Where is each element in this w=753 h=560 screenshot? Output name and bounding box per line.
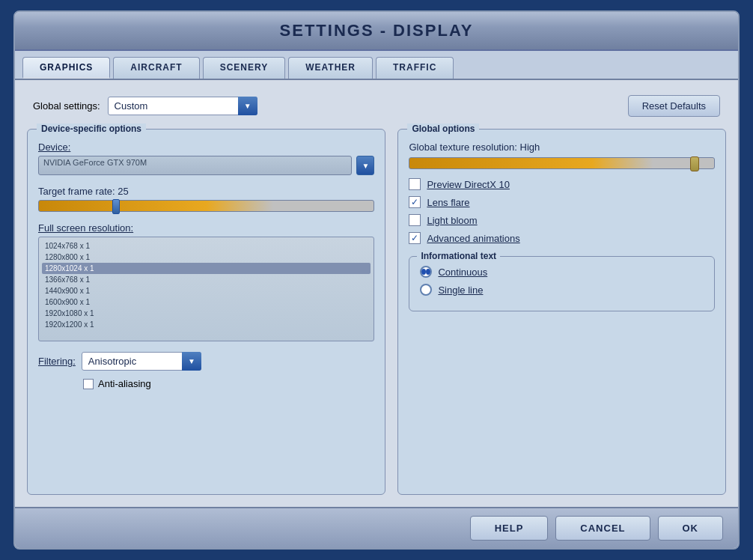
settings-dialog: SETTINGS - DISPLAY GRAPHICS AIRCRAFT SCE… [13, 10, 740, 550]
texture-label: Global texture resolution: High [409, 141, 715, 153]
filtering-label: Filtering: [38, 356, 76, 367]
radio-single-line: Single line [420, 284, 704, 296]
main-content: Global settings: Custom Low Medium High … [15, 80, 738, 507]
advanced-animations-label: Advanced animations [427, 233, 519, 244]
light-bloom-checkbox[interactable] [409, 214, 421, 226]
informational-text-legend: Informational text [417, 251, 500, 261]
option-advanced-animations: ✓ Advanced animations [409, 232, 715, 244]
global-settings-select[interactable]: Custom Low Medium High Ultra [108, 97, 257, 115]
full-screen-res-label: Full screen resolution: [38, 222, 374, 234]
res-item[interactable]: 1280x800 x 1 [42, 252, 371, 263]
res-item[interactable]: 1920x1080 x 1 [42, 308, 371, 319]
global-settings-label: Global settings: [33, 100, 100, 112]
option-lens-flare: ✓ Lens flare [409, 196, 715, 208]
frame-rate-label: Target frame rate: 25 [38, 186, 374, 197]
global-options-legend: Global options [407, 124, 479, 134]
frame-rate-slider-track[interactable] [38, 200, 374, 212]
filtering-select[interactable]: Anisotropic Bilinear Trilinear [82, 352, 201, 371]
res-item[interactable]: 1024x768 x 1 [42, 240, 371, 252]
single-line-radio[interactable] [420, 284, 432, 296]
antialiasing-checkbox[interactable] [83, 379, 94, 389]
device-panel: Device-specific options Device: NVIDIA G… [27, 129, 385, 495]
antialiasing-label: Anti-aliasing [98, 378, 151, 389]
frame-rate-slider-thumb[interactable] [112, 199, 120, 214]
dialog-title: SETTINGS - DISPLAY [280, 21, 474, 40]
filtering-row: Filtering: Anisotropic Bilinear Trilinea… [38, 352, 374, 371]
preview-directx-checkbox[interactable] [409, 178, 421, 190]
res-item[interactable]: 1366x768 x 1 [42, 274, 371, 285]
bottom-bar: HELP CANCEL OK [15, 507, 738, 548]
texture-row: Global texture resolution: High [409, 141, 715, 169]
preview-directx-label: Preview DirectX 10 [427, 179, 510, 190]
help-button[interactable]: HELP [470, 516, 549, 541]
device-select[interactable]: NVIDIA GeForce GTX 970M [38, 156, 352, 175]
res-item[interactable]: 1600x900 x 1 [42, 296, 371, 308]
res-item[interactable]: 1280x1024 x 1 [42, 263, 371, 274]
light-bloom-label: Light bloom [427, 215, 477, 226]
ok-button[interactable]: OK [658, 516, 724, 541]
tab-aircraft[interactable]: AIRCRAFT [113, 57, 199, 79]
tab-traffic[interactable]: TRAFFIC [376, 57, 454, 79]
global-options-panel: Global options Global texture resolution… [397, 129, 726, 495]
advanced-animations-checkbox[interactable]: ✓ [409, 232, 421, 244]
lens-flare-checkbox[interactable]: ✓ [409, 196, 421, 208]
res-item[interactable]: 1440x900 x 1 [42, 285, 371, 296]
option-preview-directx: Preview DirectX 10 [409, 178, 715, 190]
tab-scenery[interactable]: SCENERY [203, 57, 286, 79]
texture-slider-track[interactable] [409, 157, 715, 169]
single-line-label: Single line [438, 284, 483, 296]
resolution-list[interactable]: 1024x768 x 1 1280x800 x 1 1280x1024 x 1 … [38, 237, 374, 341]
global-options-list: Preview DirectX 10 ✓ Lens flare Light bl… [409, 178, 715, 244]
res-item[interactable]: 1920x1200 x 1 [42, 319, 371, 330]
device-select-row: NVIDIA GeForce GTX 970M ▼ [38, 156, 374, 175]
title-bar: SETTINGS - DISPLAY [15, 12, 738, 51]
reset-defaults-button[interactable]: Reset Defaults [628, 95, 720, 117]
cancel-button[interactable]: CANCEL [555, 516, 650, 541]
informational-text-box: Informational text Continuous Single lin… [409, 256, 715, 311]
device-label: Device: [38, 141, 374, 153]
option-light-bloom: Light bloom [409, 214, 715, 226]
filtering-select-wrapper: Anisotropic Bilinear Trilinear ▼ [82, 352, 201, 371]
panels-row: Device-specific options Device: NVIDIA G… [27, 129, 726, 495]
continuous-label: Continuous [438, 267, 487, 278]
tab-weather[interactable]: WEATHER [288, 57, 373, 79]
tab-graphics[interactable]: GRAPHICS [22, 57, 110, 79]
antialiasing-row: Anti-aliasing [38, 378, 374, 389]
tab-bar: GRAPHICS AIRCRAFT SCENERY WEATHER TRAFFI… [15, 51, 738, 80]
global-settings-left: Global settings: Custom Low Medium High … [33, 97, 257, 115]
global-settings-row: Global settings: Custom Low Medium High … [27, 92, 726, 120]
device-dropdown-btn[interactable]: ▼ [356, 156, 374, 175]
radio-continuous: Continuous [420, 266, 704, 278]
frame-rate-section: Target frame rate: 25 [38, 186, 374, 212]
texture-slider-thumb[interactable] [690, 156, 699, 171]
device-panel-legend: Device-specific options [37, 124, 146, 134]
continuous-radio[interactable] [420, 266, 432, 278]
global-settings-select-wrapper: Custom Low Medium High Ultra ▼ [108, 97, 257, 115]
lens-flare-label: Lens flare [427, 197, 469, 208]
